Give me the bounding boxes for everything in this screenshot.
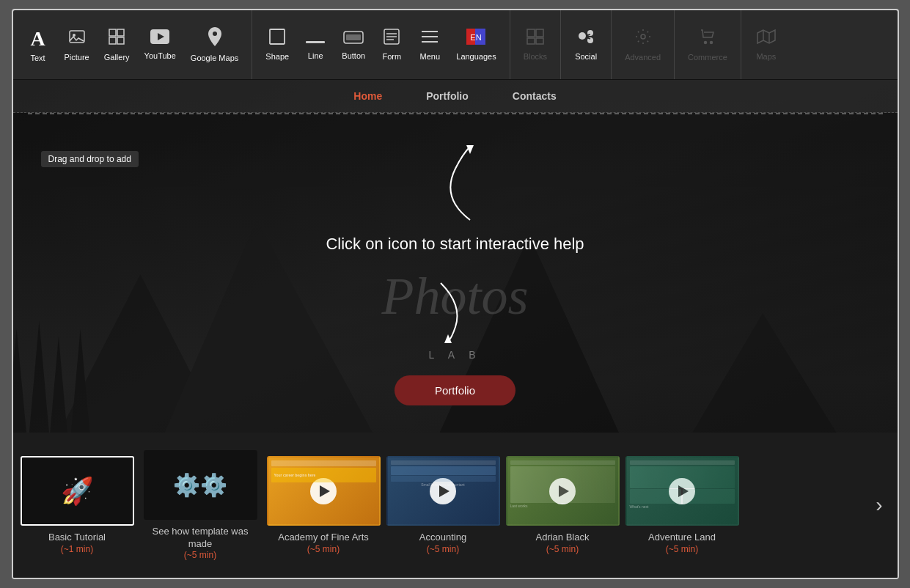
arrow-down-icon [433,276,477,349]
thumbnail-adventure-land[interactable]: What's next Adventure Land (~5 min) [625,456,739,554]
thumb-subtitle-basic-tutorial: (~1 min) [61,544,93,554]
toolbar-group-blocks: Blocks [510,10,561,79]
toolbar-item-social[interactable]: Social [567,23,605,67]
lab-text: L A B [428,349,481,361]
form-icon [384,29,400,49]
nav-contacts[interactable]: Contacts [513,90,557,102]
svg-rect-26 [536,38,543,44]
svg-point-27 [579,32,586,40]
thumbnail-accounting[interactable]: Small business accountant Accounting (~5… [386,456,500,554]
toolbar-item-maps: Maps [747,23,785,67]
thumbnail-academy[interactable]: Your career begins here Academy of Fine … [267,456,381,554]
thumb-subtitle-academy: (~5 min) [307,544,340,554]
languages-icon: EN [466,29,485,49]
social-icon [576,29,596,49]
thumbnail-see-how-template[interactable]: ⚙️⚙️ See how template was made (~5 min) [140,450,261,561]
toolbar-item-shape[interactable]: Shape [258,23,296,67]
thumbnail-basic-tutorial[interactable]: 🚀 Basic Tutorial (~1 min) [21,456,134,554]
maps-icon [756,29,777,49]
toolbar-label-maps: Maps [756,52,776,61]
toolbar-item-advanced: Advanced [617,22,668,67]
svg-line-30 [586,34,590,35]
thumb-img-academy: Your career begins here [267,456,381,526]
toolbar-group-advanced: Advanced [612,10,675,79]
svg-point-33 [704,42,706,44]
thumb-img-basic-tutorial: 🚀 [21,456,134,526]
thumb-img-see-how: ⚙️⚙️ [144,450,257,520]
svg-point-32 [641,34,645,39]
svg-text:EN: EN [471,33,482,42]
toolbar-item-picture[interactable]: Picture [57,22,97,67]
toolbar-label-line: Line [308,51,323,60]
toolbar-group-basic: A Text Picture Gallery YouTube [13,10,253,79]
next-arrow[interactable]: › [868,486,889,524]
thumb-subtitle-adrian: (~5 min) [546,544,579,554]
thumb-img-accounting: Small business accountant [386,456,500,526]
toolbar-item-text[interactable]: A Text [19,21,57,68]
thumb-subtitle-accounting: (~5 min) [427,544,459,554]
text-icon: A [30,27,45,51]
svg-rect-23 [527,29,535,37]
toolbar-label-menu: Menu [420,52,441,61]
googlemaps-icon [208,27,221,51]
thumb-subtitle-see-how: (~5 min) [184,550,216,560]
toolbar-label-button: Button [342,51,365,60]
nav-portfolio[interactable]: Portfolio [426,90,469,102]
toolbar-label-youtube: YouTube [144,51,176,60]
toolbar-label-advanced: Advanced [625,53,661,62]
button-icon [343,29,364,48]
youtube-icon [150,29,169,48]
thumbnails-bar: 🚀 Basic Tutorial (~1 min) ⚙️⚙️ See how t… [13,433,898,578]
toolbar-group-social: Social [561,10,612,79]
svg-rect-24 [536,29,543,37]
toolbar-label-picture: Picture [65,53,89,62]
toolbar-label-shape: Shape [265,52,289,61]
thumb-img-adrian: Last works [506,456,620,526]
canvas-center: Click on icon to start interactive help … [13,113,898,431]
nav-home[interactable]: Home [353,90,382,102]
thumb-title-accounting: Accounting [419,532,466,544]
toolbar-label-languages: Languages [456,52,496,61]
toolbar-label-text: Text [30,54,45,62]
toolbar-item-youtube[interactable]: YouTube [137,23,183,66]
rocket-icon: 🚀 [61,476,94,507]
toolbar-label-form: Form [382,52,401,61]
thumb-title-adventure: Adventure Land [648,532,716,544]
toolbar-item-languages[interactable]: EN Languages [449,23,503,67]
line-icon [306,29,325,48]
app-frame: A Text Picture Gallery YouTube [12,9,899,579]
toolbar-item-button[interactable]: Button [334,23,373,66]
svg-rect-9 [270,29,285,44]
portfolio-button[interactable]: Portfolio [395,375,515,405]
toolbar-label-social: Social [575,52,597,61]
commerce-icon [699,28,716,50]
toolbar-item-gallery[interactable]: Gallery [97,22,137,67]
toolbar-item-googlemaps[interactable]: Google Maps [183,21,246,68]
gear-icon: ⚙️⚙️ [173,472,227,498]
svg-point-34 [710,42,712,44]
gallery-icon [108,28,125,50]
help-text: Click on icon to start interactive help [326,235,584,254]
picture-icon [68,28,86,50]
svg-rect-3 [117,29,124,36]
svg-rect-2 [109,29,116,36]
svg-rect-12 [346,34,361,40]
canvas: Home Portfolio Contacts Click on icon to… [13,80,898,578]
thumb-img-adventure: What's next [625,456,739,526]
toolbar-group-elements: Shape Line Button Form [252,10,510,79]
thumbnail-adrian-black[interactable]: Last works Adrian Black (~5 min) [506,456,620,554]
svg-rect-10 [306,41,325,43]
advanced-icon [634,28,652,50]
toolbar-item-line[interactable]: Line [296,23,334,66]
toolbar-item-blocks: Blocks [516,23,554,67]
toolbar-item-menu[interactable]: Menu [411,23,449,67]
toolbar-label-blocks: Blocks [524,52,547,61]
toolbar-label-gallery: Gallery [104,53,130,62]
svg-rect-5 [117,37,124,44]
canvas-nav: Home Portfolio Contacts [13,80,898,113]
svg-rect-25 [527,38,535,44]
thumb-title-academy: Academy of Fine Arts [278,532,369,544]
toolbar-item-form[interactable]: Form [373,23,411,67]
shape-icon [269,29,285,49]
toolbar: A Text Picture Gallery YouTube [13,10,898,80]
